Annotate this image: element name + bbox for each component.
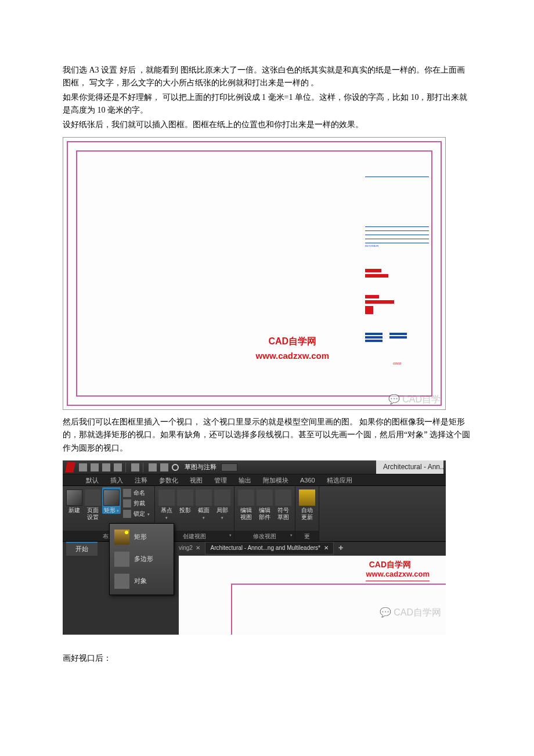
print-icon[interactable] bbox=[131, 463, 139, 471]
screenshot-autocad-ribbon: 草图与注释 Architectural - Ann... 默认 插入 注释 参数… bbox=[63, 460, 446, 635]
menu-object[interactable]: 对象 bbox=[112, 570, 171, 592]
edit-view-icon bbox=[238, 489, 254, 506]
ribbon-group-update: 自动 更新 更 bbox=[295, 486, 319, 541]
workspace-label: 草图与注释 bbox=[185, 462, 217, 473]
tab-view[interactable]: 视图 bbox=[184, 474, 208, 485]
viewport-dropdown-menu: 矩形 多边形 对象 bbox=[109, 523, 174, 595]
ribbon-tabs: 默认 插入 注释 参数化 视图 管理 输出 附加模块 A360 精选应用 bbox=[63, 474, 446, 486]
stamp-block-2 bbox=[365, 295, 429, 314]
projection-icon bbox=[177, 489, 193, 506]
page-setup-button[interactable]: 页面 设置 bbox=[84, 487, 102, 521]
edit-view-button[interactable]: 编辑 视图 bbox=[237, 487, 255, 521]
sheet-number: 0000 bbox=[365, 361, 429, 367]
base-button[interactable]: 基点▾ bbox=[157, 487, 176, 521]
clip-button[interactable]: 剪裁 bbox=[123, 499, 150, 508]
symbol-icon bbox=[275, 489, 291, 506]
watermark-center: CAD自学网 www.cadzxw.com bbox=[256, 334, 329, 363]
tab-param[interactable]: 参数化 bbox=[153, 474, 184, 485]
viewport-rect-button[interactable]: 矩形 ▾ bbox=[102, 487, 121, 514]
tab-insert[interactable]: 插入 bbox=[104, 474, 129, 485]
projection-button[interactable]: 投影 bbox=[176, 487, 194, 514]
paragraph-3: 设好纸张后，我们就可以插入图框。图框在纸上的位置也和你打出来是一样的效果。 bbox=[63, 118, 471, 131]
file-tabs: ving2 ✕ Architectural - Annot...ng and M… bbox=[179, 542, 446, 555]
section-icon bbox=[196, 489, 212, 506]
saveas-icon[interactable] bbox=[114, 463, 122, 471]
clip-icon bbox=[123, 499, 131, 507]
lock-icon bbox=[123, 510, 131, 518]
gear-icon[interactable] bbox=[172, 464, 179, 471]
revision-table: REVISION bbox=[365, 224, 429, 251]
home-tab[interactable]: 开始 bbox=[66, 542, 98, 556]
stamp-block-1 bbox=[365, 269, 429, 278]
add-tab-button[interactable]: ✚ bbox=[338, 543, 343, 553]
paragraph-5: 画好视口后： bbox=[63, 652, 471, 665]
title-block-panel: REVISION 0000 bbox=[365, 154, 429, 393]
edit-part-button[interactable]: 编辑 部件 bbox=[255, 487, 274, 521]
autocad-logo-icon[interactable] bbox=[65, 462, 75, 473]
menu-polygon[interactable]: 多边形 bbox=[112, 548, 171, 570]
tab-addon[interactable]: 附加模块 bbox=[257, 474, 294, 485]
new-layout-button[interactable]: 新建 bbox=[65, 487, 84, 514]
polygon-icon bbox=[114, 552, 129, 567]
layout-small-column: 命名 剪裁 锁定 ▾ bbox=[121, 487, 152, 519]
group-title-modify: 修改视图 bbox=[234, 531, 295, 541]
info-block bbox=[365, 332, 429, 343]
paragraph-1: 我们选 A3 设置 好后 ，就能看到 图纸比原来大了一倍。这张白色的纸其实就是和… bbox=[63, 64, 471, 90]
save-icon[interactable] bbox=[102, 463, 110, 471]
viewport-rect-icon bbox=[103, 489, 120, 506]
auto-update-button[interactable]: 自动 更新 bbox=[298, 487, 316, 521]
corner-watermark: 💬 CAD自学 bbox=[388, 392, 441, 407]
auto-update-icon bbox=[299, 489, 315, 506]
tab-default[interactable]: 默认 bbox=[80, 474, 104, 485]
quick-access-toolbar: 草图与注释 Architectural - Ann... bbox=[63, 460, 446, 474]
object-icon bbox=[114, 574, 129, 589]
cad-logo-text: CAD自学网 bbox=[256, 334, 329, 349]
named-button[interactable]: 命名 bbox=[123, 488, 150, 498]
rect-icon bbox=[114, 530, 129, 545]
new-layout-icon bbox=[66, 489, 82, 506]
layout-canvas: CAD自学网 www.cadzxw.com bbox=[179, 556, 446, 635]
title-text: Architectural - Ann... bbox=[376, 460, 443, 474]
local-button[interactable]: 局部▾ bbox=[213, 487, 232, 521]
base-icon bbox=[158, 489, 175, 506]
group-title-update: 更 bbox=[295, 531, 319, 541]
page-setup-icon bbox=[85, 489, 101, 506]
cad-url-text: www.cadzxw.com bbox=[256, 349, 329, 363]
open-icon[interactable] bbox=[91, 463, 99, 471]
file-tab-1[interactable]: ving2 ✕ bbox=[179, 543, 200, 553]
file-tab-2[interactable]: Architectural - Annot...ng and Multilead… bbox=[205, 542, 333, 555]
symbol-button[interactable]: 符号 草图 bbox=[274, 487, 293, 521]
named-icon bbox=[123, 489, 131, 497]
company-block bbox=[365, 154, 429, 177]
redo-icon[interactable] bbox=[160, 463, 168, 471]
tab-manage[interactable]: 管理 bbox=[208, 474, 233, 485]
tab-annotate[interactable]: 注释 bbox=[129, 474, 153, 485]
tab-a360[interactable]: A360 bbox=[294, 474, 321, 485]
menu-rect[interactable]: 矩形 bbox=[112, 526, 171, 548]
paragraph-4: 然后我们可以在图框里插入一个视口， 这个视口里显示的就是模型空间里画的图。 如果… bbox=[63, 416, 471, 455]
lock-button[interactable]: 锁定 ▾ bbox=[123, 509, 150, 519]
ribbon-group-modify: 编辑 视图 编辑 部件 符号 草图 修改视图 bbox=[234, 486, 295, 541]
edit-part-icon bbox=[257, 489, 273, 506]
new-icon[interactable] bbox=[79, 463, 87, 471]
section-button[interactable]: 截面▾ bbox=[194, 487, 213, 521]
tab-output[interactable]: 输出 bbox=[233, 474, 257, 485]
local-icon bbox=[214, 489, 230, 506]
paragraph-2: 如果你觉得还是不好理解， 可以把上面的打印比例设成 1 毫米=1 单位。这样，你… bbox=[63, 91, 471, 117]
tab-apps[interactable]: 精选应用 bbox=[321, 474, 358, 485]
corner-watermark-2: 💬 CAD自学网 bbox=[380, 605, 441, 620]
workspace-dropdown[interactable] bbox=[221, 463, 237, 471]
cad-url-text-2: www.cadzxw.com bbox=[366, 568, 430, 581]
undo-icon[interactable] bbox=[149, 463, 157, 471]
screenshot-layout-frame: REVISION 0000 CAD自学网 www.cadzxw.com 💬 CA… bbox=[63, 137, 446, 410]
